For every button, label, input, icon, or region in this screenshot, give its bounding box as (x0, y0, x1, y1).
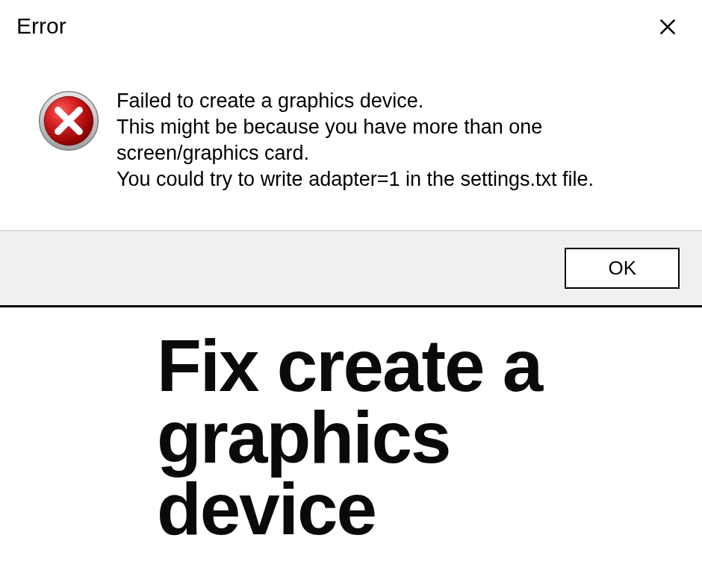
headline-area: Fix create a graphics device (0, 307, 702, 567)
error-icon (37, 90, 100, 152)
message-line-3: You could try to write adapter=1 in the … (117, 166, 680, 193)
message-line-2: This might be because you have more than… (117, 114, 680, 166)
ok-button[interactable]: OK (565, 248, 680, 289)
close-button[interactable] (654, 13, 681, 43)
error-message: Failed to create a graphics device. This… (117, 88, 680, 193)
close-icon (657, 27, 678, 40)
titlebar: Error (0, 0, 702, 51)
message-line-1: Failed to create a graphics device. (117, 88, 680, 114)
dialog-body: Failed to create a graphics device. This… (0, 51, 702, 230)
error-dialog: Error (0, 0, 702, 307)
button-bar: OK (0, 230, 702, 305)
headline-text: Fix create a graphics device (157, 330, 680, 545)
dialog-title: Error (16, 13, 66, 39)
